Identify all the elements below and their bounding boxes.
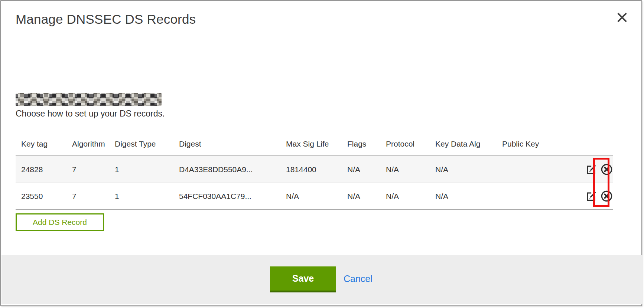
col-header-key-data-alg: Key Data Alg (430, 132, 497, 156)
col-header-public-key: Public Key (497, 132, 565, 156)
cell-digest-type: 1 (109, 156, 173, 183)
add-ds-record-button[interactable]: Add DS Record (16, 213, 104, 231)
cell-digest-type: 1 (109, 183, 173, 210)
domain-name-redacted (16, 93, 162, 106)
col-header-digest: Digest (173, 132, 280, 156)
cell-actions (565, 156, 613, 183)
cell-flags: N/A (342, 183, 380, 210)
cell-protocol: N/A (380, 156, 430, 183)
instruction-text: Choose how to set up your DS records. (16, 109, 165, 119)
manage-dnssec-modal: Manage DNSSEC DS Records Choose how to s… (0, 0, 642, 306)
edit-record-button[interactable] (585, 190, 597, 202)
col-header-protocol: Protocol (380, 132, 430, 156)
cell-algorithm: 7 (66, 183, 109, 210)
col-header-actions (565, 132, 613, 156)
col-header-algorithm: Algorithm (66, 132, 109, 156)
delete-icon (601, 198, 613, 203)
cell-algorithm: 7 (66, 156, 109, 183)
col-header-key-tag: Key tag (16, 132, 66, 156)
delete-icon (601, 171, 613, 177)
cancel-link[interactable]: Cancel (344, 273, 373, 284)
cell-key-tag: 23550 (16, 183, 66, 210)
cell-digest: D4A33E8DD550A9... (173, 156, 280, 183)
cell-key-tag: 24828 (16, 156, 66, 183)
cell-protocol: N/A (380, 183, 430, 210)
ds-records-table-wrap: Key tag Algorithm Digest Type Digest Max… (16, 132, 613, 210)
cell-key-data-alg: N/A (430, 156, 497, 183)
edit-icon (585, 171, 597, 176)
table-header-row: Key tag Algorithm Digest Type Digest Max… (16, 132, 613, 156)
delete-record-button[interactable] (601, 190, 613, 202)
cell-max-sig-life: N/A (280, 183, 342, 210)
table-row: 23550 7 1 54FCF030AA1C79... N/A N/A N/A … (16, 183, 613, 210)
cell-flags: N/A (342, 156, 380, 183)
cell-key-data-alg: N/A (430, 183, 497, 210)
col-header-digest-type: Digest Type (109, 132, 173, 156)
col-header-flags: Flags (342, 132, 380, 156)
cell-public-key (497, 183, 565, 210)
modal-footer: Save Cancel (1, 255, 643, 304)
edit-record-button[interactable] (585, 164, 597, 175)
ds-records-table: Key tag Algorithm Digest Type Digest Max… (16, 132, 613, 210)
save-button[interactable]: Save (270, 266, 336, 292)
cell-digest: 54FCF030AA1C79... (173, 183, 280, 210)
close-icon (617, 19, 628, 24)
col-header-max-sig-life: Max Sig Life (280, 132, 342, 156)
edit-icon (585, 197, 597, 203)
cell-max-sig-life: 1814400 (280, 156, 342, 183)
page-title: Manage DNSSEC DS Records (16, 12, 196, 27)
close-button[interactable] (615, 11, 629, 24)
cell-public-key (497, 156, 565, 183)
cell-actions (565, 183, 613, 210)
table-row: 24828 7 1 D4A33E8DD550A9... 1814400 N/A … (16, 156, 613, 183)
delete-record-button[interactable] (601, 163, 613, 176)
